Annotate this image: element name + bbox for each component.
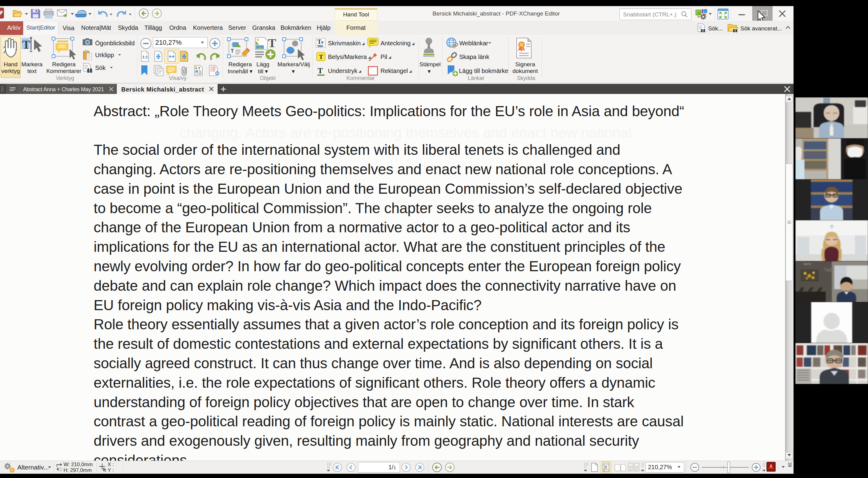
svg-text:PuTTY: PuTTY — [804, 263, 812, 265]
svg-text:T: T — [319, 53, 323, 61]
svg-text:1:1: 1:1 — [142, 55, 148, 59]
svg-text:T: T — [318, 66, 323, 75]
svg-text:T: T — [198, 67, 200, 70]
svg-text:T: T — [231, 48, 234, 54]
svg-text:T: T — [268, 37, 276, 50]
svg-text:T: T — [317, 38, 321, 45]
